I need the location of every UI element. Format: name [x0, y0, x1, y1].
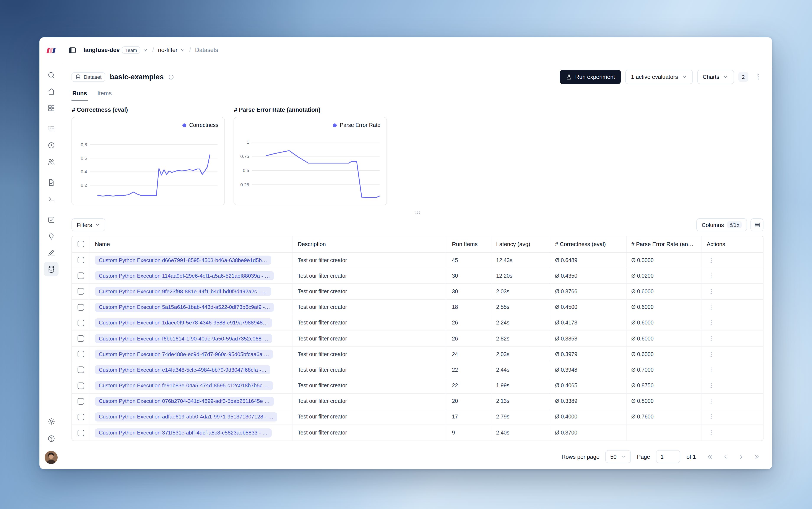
run-name-link[interactable]: Custom Python Execution 076b2704-341d-48…	[95, 397, 274, 406]
sidebar-item-home[interactable]	[44, 84, 59, 99]
avatar-photo	[45, 451, 58, 464]
row-actions-button[interactable]	[707, 287, 715, 296]
breadcrumb-project[interactable]: no-filter	[158, 47, 185, 53]
table-row[interactable]: Custom Python Execution 74de488e-ec9d-47…	[72, 346, 763, 362]
resize-drag-handle[interactable]	[414, 210, 420, 215]
run-name-link[interactable]: Custom Python Execution 9fe23f98-881e-44…	[95, 287, 271, 296]
sidebar-toggle-button[interactable]	[66, 44, 78, 56]
run-name-link[interactable]: Custom Python Execution fe91b83e-04a5-47…	[95, 381, 273, 390]
row-checkbox[interactable]	[77, 414, 84, 420]
tab-items[interactable]: Items	[97, 88, 113, 101]
row-checkbox[interactable]	[77, 304, 84, 310]
row-actions-button[interactable]	[707, 397, 715, 406]
row-checkbox[interactable]	[77, 288, 84, 295]
list-tree-icon	[47, 125, 55, 133]
sidebar-item-insights[interactable]	[44, 229, 59, 243]
run-name-link[interactable]: Custom Python Execution 114aa9ef-29e6-4e…	[95, 271, 274, 280]
run-name-link[interactable]: Custom Python Execution 1daec0f9-5e78-43…	[95, 318, 272, 328]
row-actions-button[interactable]	[707, 413, 715, 421]
row-checkbox[interactable]	[77, 367, 84, 373]
previous-page-button[interactable]	[719, 450, 732, 463]
sidebar-item-users[interactable]	[44, 154, 59, 169]
column-header-parse-error[interactable]: # Parse Error Rate (an…	[627, 236, 702, 252]
sidebar-item-support[interactable]	[44, 431, 59, 446]
filters-button[interactable]: Filters	[71, 218, 105, 231]
sidebar-item-dashboards[interactable]	[44, 101, 59, 115]
evaluators-dropdown[interactable]: 1 active evaluators	[625, 70, 693, 84]
row-actions-button[interactable]	[707, 303, 715, 311]
user-avatar[interactable]	[45, 451, 58, 464]
cell-run-items: 45	[447, 252, 492, 268]
cell-checkbox	[72, 252, 90, 268]
page-number-input[interactable]	[656, 450, 680, 463]
rows-per-page-select[interactable]: 50	[606, 450, 631, 463]
chevrons-right-icon	[753, 453, 760, 460]
row-checkbox[interactable]	[77, 398, 84, 405]
sidebar-item-sessions[interactable]	[44, 138, 59, 152]
tab-runs[interactable]: Runs	[71, 88, 88, 101]
column-header-latency[interactable]: Latency (avg)	[492, 236, 550, 252]
last-page-button[interactable]	[750, 450, 763, 463]
row-checkbox[interactable]	[77, 335, 84, 342]
run-name-link[interactable]: Custom Python Execution 74de488e-ec9d-47…	[95, 349, 273, 359]
table-row[interactable]: Custom Python Execution fe91b83e-04a5-47…	[72, 378, 763, 394]
row-height-button[interactable]	[750, 218, 764, 231]
sidebar-item-tracing[interactable]	[44, 121, 59, 136]
table-row[interactable]: Custom Python Execution e14fa348-5cfc-49…	[72, 362, 763, 378]
row-actions-button[interactable]	[707, 334, 715, 343]
row-actions-button[interactable]	[707, 272, 715, 280]
row-checkbox[interactable]	[77, 257, 84, 263]
sidebar-item-datasets[interactable]	[44, 262, 59, 276]
row-checkbox[interactable]	[77, 273, 84, 279]
table-row[interactable]: Custom Python Execution 9fe23f98-881e-44…	[72, 284, 763, 300]
row-actions-button[interactable]	[707, 350, 715, 359]
run-name-link[interactable]: Custom Python Execution 5a15a616-1bab-44…	[95, 303, 274, 312]
row-checkbox[interactable]	[77, 430, 84, 436]
sidebar-item-playground[interactable]	[44, 192, 59, 206]
sidebar-item-search[interactable]	[44, 68, 59, 82]
row-actions-button[interactable]	[707, 256, 715, 265]
breadcrumb-org[interactable]: langfuse-dev Team	[83, 46, 148, 54]
breadcrumb-org-name: langfuse-dev	[83, 47, 120, 53]
page-more-actions-button[interactable]	[753, 71, 764, 82]
table-row[interactable]: Custom Python Execution 076b2704-341d-48…	[72, 394, 763, 409]
sidebar-item-annotation[interactable]	[44, 245, 59, 260]
charts-dropdown[interactable]: Charts	[697, 70, 734, 84]
row-checkbox[interactable]	[77, 320, 84, 326]
database-icon	[47, 265, 55, 273]
column-header-name[interactable]: Name	[90, 236, 293, 252]
sidebar-item-settings[interactable]	[44, 414, 59, 429]
row-actions-button[interactable]	[707, 318, 715, 327]
next-page-button[interactable]	[735, 450, 747, 463]
run-name-link[interactable]: Custom Python Execution e14fa348-5cfc-49…	[95, 365, 270, 374]
column-header-correctness[interactable]: # Correctness (eval)	[550, 236, 627, 252]
column-header-run-items[interactable]: Run Items	[447, 236, 492, 252]
run-name-link[interactable]: Custom Python Execution d66e7991-8595-45…	[95, 256, 271, 265]
table-row[interactable]: Custom Python Execution 1daec0f9-5e78-43…	[72, 315, 763, 331]
select-all-checkbox[interactable]	[77, 241, 84, 247]
run-name-link[interactable]: Custom Python Execution adfae619-abb0-4d…	[95, 412, 277, 421]
column-header-description[interactable]: Description	[293, 236, 447, 252]
desktop-background: langfuse-dev Team / no-filter / Datasets	[0, 0, 812, 509]
row-actions-button[interactable]	[707, 366, 715, 374]
table-row[interactable]: Custom Python Execution 5a15a616-1bab-44…	[72, 300, 763, 315]
first-page-button[interactable]	[704, 450, 716, 463]
run-name-link[interactable]: Custom Python Execution 371f531c-abff-4d…	[95, 428, 271, 437]
columns-button[interactable]: Columns 8/15	[697, 218, 747, 231]
table-row[interactable]: Custom Python Execution 371f531c-abff-4d…	[72, 425, 763, 441]
info-icon[interactable]	[168, 74, 174, 80]
table-row[interactable]: Custom Python Execution f6bb1614-1f90-40…	[72, 331, 763, 346]
row-checkbox[interactable]	[77, 351, 84, 358]
row-checkbox[interactable]	[77, 382, 84, 389]
sidebar-item-evaluation[interactable]	[44, 212, 59, 227]
table-row[interactable]: Custom Python Execution adfae619-abb0-4d…	[72, 409, 763, 425]
run-experiment-button[interactable]: Run experiment	[560, 70, 621, 84]
row-actions-button[interactable]	[707, 429, 715, 437]
table-row[interactable]: Custom Python Execution 114aa9ef-29e6-4e…	[72, 268, 763, 284]
cell-checkbox	[72, 346, 90, 362]
table-row[interactable]: Custom Python Execution d66e7991-8595-45…	[72, 252, 763, 268]
breadcrumb-section[interactable]: Datasets	[195, 47, 218, 53]
sidebar-item-observations[interactable]	[44, 175, 59, 190]
run-name-link[interactable]: Custom Python Execution f6bb1614-1f90-40…	[95, 334, 272, 343]
row-actions-button[interactable]	[707, 381, 715, 390]
